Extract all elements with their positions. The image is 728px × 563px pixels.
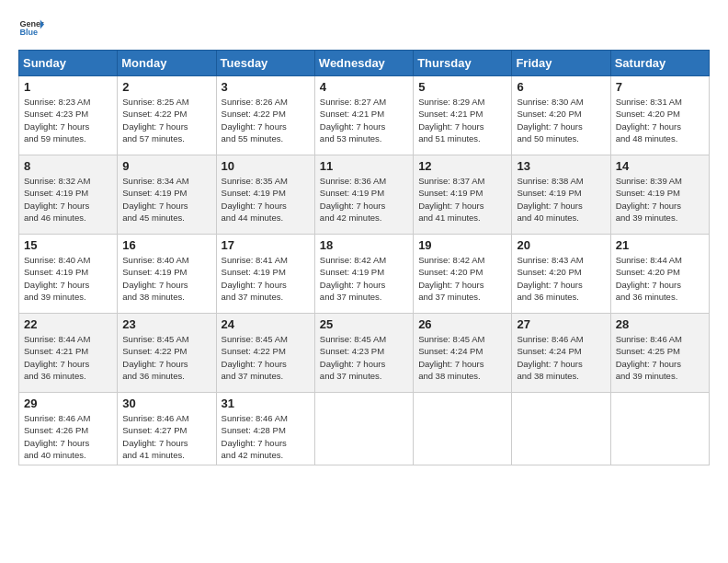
day-info: Sunrise: 8:46 AM Sunset: 4:28 PM Dayligh…: [222, 412, 310, 461]
day-cell: 17Sunrise: 8:41 AM Sunset: 4:19 PM Dayli…: [216, 235, 314, 314]
day-number: 16: [122, 238, 210, 252]
day-cell: [610, 393, 709, 465]
day-cell: 19Sunrise: 8:42 AM Sunset: 4:20 PM Dayli…: [414, 235, 512, 314]
day-info: Sunrise: 8:45 AM Sunset: 4:24 PM Dayligh…: [418, 333, 506, 382]
day-cell: 18Sunrise: 8:42 AM Sunset: 4:19 PM Dayli…: [314, 235, 413, 314]
day-cell: 30Sunrise: 8:46 AM Sunset: 4:27 PM Dayli…: [118, 393, 216, 465]
logo-area: General Blue: [18, 15, 44, 40]
header: General Blue: [18, 15, 710, 40]
day-info: Sunrise: 8:26 AM Sunset: 4:22 PM Dayligh…: [222, 96, 310, 144]
calendar-table: SundayMondayTuesdayWednesdayThursdayFrid…: [18, 50, 710, 465]
header-cell-tuesday: Tuesday: [216, 51, 314, 76]
day-info: Sunrise: 8:30 AM Sunset: 4:20 PM Dayligh…: [517, 96, 605, 144]
day-cell: 28Sunrise: 8:46 AM Sunset: 4:25 PM Dayli…: [610, 314, 709, 393]
day-number: 8: [24, 159, 112, 173]
day-info: Sunrise: 8:31 AM Sunset: 4:20 PM Dayligh…: [616, 96, 704, 144]
day-info: Sunrise: 8:40 AM Sunset: 4:19 PM Dayligh…: [122, 254, 210, 303]
svg-text:Blue: Blue: [19, 28, 38, 37]
day-cell: 24Sunrise: 8:45 AM Sunset: 4:22 PM Dayli…: [216, 314, 314, 393]
day-cell: 9Sunrise: 8:34 AM Sunset: 4:19 PM Daylig…: [118, 155, 216, 235]
day-number: 3: [222, 80, 310, 94]
day-info: Sunrise: 8:34 AM Sunset: 4:19 PM Dayligh…: [122, 175, 210, 224]
day-number: 31: [222, 396, 310, 410]
day-number: 13: [517, 159, 605, 173]
day-info: Sunrise: 8:27 AM Sunset: 4:21 PM Dayligh…: [320, 96, 408, 144]
day-cell: [314, 393, 413, 465]
day-number: 19: [418, 238, 506, 252]
day-info: Sunrise: 8:40 AM Sunset: 4:19 PM Dayligh…: [24, 254, 112, 303]
day-info: Sunrise: 8:36 AM Sunset: 4:19 PM Dayligh…: [320, 175, 408, 224]
day-number: 27: [517, 317, 605, 331]
week-row-4: 22Sunrise: 8:44 AM Sunset: 4:21 PM Dayli…: [19, 314, 710, 393]
header-cell-thursday: Thursday: [414, 51, 512, 76]
day-cell: 12Sunrise: 8:37 AM Sunset: 4:19 PM Dayli…: [414, 155, 512, 235]
day-number: 17: [222, 238, 310, 252]
day-info: Sunrise: 8:42 AM Sunset: 4:19 PM Dayligh…: [320, 254, 408, 303]
day-info: Sunrise: 8:39 AM Sunset: 4:19 PM Dayligh…: [616, 175, 704, 224]
day-info: Sunrise: 8:35 AM Sunset: 4:19 PM Dayligh…: [222, 175, 310, 224]
day-cell: 7Sunrise: 8:31 AM Sunset: 4:20 PM Daylig…: [610, 76, 709, 155]
day-info: Sunrise: 8:42 AM Sunset: 4:20 PM Dayligh…: [418, 254, 506, 303]
day-cell: 31Sunrise: 8:46 AM Sunset: 4:28 PM Dayli…: [216, 393, 314, 465]
day-number: 22: [24, 317, 112, 331]
day-info: Sunrise: 8:29 AM Sunset: 4:21 PM Dayligh…: [418, 96, 506, 144]
day-cell: [414, 393, 512, 465]
day-number: 26: [418, 317, 506, 331]
day-cell: 11Sunrise: 8:36 AM Sunset: 4:19 PM Dayli…: [314, 155, 413, 235]
day-cell: 2Sunrise: 8:25 AM Sunset: 4:22 PM Daylig…: [118, 76, 216, 155]
week-row-3: 15Sunrise: 8:40 AM Sunset: 4:19 PM Dayli…: [19, 235, 710, 314]
day-info: Sunrise: 8:45 AM Sunset: 4:23 PM Dayligh…: [320, 333, 408, 382]
day-cell: 13Sunrise: 8:38 AM Sunset: 4:19 PM Dayli…: [512, 155, 610, 235]
day-info: Sunrise: 8:32 AM Sunset: 4:19 PM Dayligh…: [24, 175, 112, 224]
day-cell: 16Sunrise: 8:40 AM Sunset: 4:19 PM Dayli…: [118, 235, 216, 314]
day-number: 20: [517, 238, 605, 252]
day-cell: [512, 393, 610, 465]
day-cell: 15Sunrise: 8:40 AM Sunset: 4:19 PM Dayli…: [19, 235, 118, 314]
day-info: Sunrise: 8:23 AM Sunset: 4:23 PM Dayligh…: [24, 96, 112, 144]
day-number: 24: [222, 317, 310, 331]
day-number: 4: [320, 80, 408, 94]
day-number: 2: [122, 80, 210, 94]
day-cell: 5Sunrise: 8:29 AM Sunset: 4:21 PM Daylig…: [414, 76, 512, 155]
day-cell: 23Sunrise: 8:45 AM Sunset: 4:22 PM Dayli…: [118, 314, 216, 393]
day-number: 5: [418, 80, 506, 94]
header-cell-friday: Friday: [512, 51, 610, 76]
day-number: 25: [320, 317, 408, 331]
day-cell: 25Sunrise: 8:45 AM Sunset: 4:23 PM Dayli…: [314, 314, 413, 393]
day-number: 14: [616, 159, 704, 173]
header-row: SundayMondayTuesdayWednesdayThursdayFrid…: [19, 51, 710, 76]
day-number: 15: [24, 238, 112, 252]
day-cell: 27Sunrise: 8:46 AM Sunset: 4:24 PM Dayli…: [512, 314, 610, 393]
day-cell: 29Sunrise: 8:46 AM Sunset: 4:26 PM Dayli…: [19, 393, 118, 465]
day-cell: 10Sunrise: 8:35 AM Sunset: 4:19 PM Dayli…: [216, 155, 314, 235]
week-row-5: 29Sunrise: 8:46 AM Sunset: 4:26 PM Dayli…: [19, 393, 710, 465]
header-cell-wednesday: Wednesday: [314, 51, 413, 76]
day-number: 9: [122, 159, 210, 173]
day-cell: 8Sunrise: 8:32 AM Sunset: 4:19 PM Daylig…: [19, 155, 118, 235]
day-info: Sunrise: 8:44 AM Sunset: 4:21 PM Dayligh…: [24, 333, 112, 382]
day-info: Sunrise: 8:45 AM Sunset: 4:22 PM Dayligh…: [122, 333, 210, 382]
day-info: Sunrise: 8:43 AM Sunset: 4:20 PM Dayligh…: [517, 254, 605, 303]
day-cell: 14Sunrise: 8:39 AM Sunset: 4:19 PM Dayli…: [610, 155, 709, 235]
day-info: Sunrise: 8:38 AM Sunset: 4:19 PM Dayligh…: [517, 175, 605, 224]
day-number: 7: [616, 80, 704, 94]
day-number: 11: [320, 159, 408, 173]
day-number: 12: [418, 159, 506, 173]
day-cell: 20Sunrise: 8:43 AM Sunset: 4:20 PM Dayli…: [512, 235, 610, 314]
day-number: 30: [122, 396, 210, 410]
day-info: Sunrise: 8:46 AM Sunset: 4:26 PM Dayligh…: [24, 412, 112, 461]
day-number: 18: [320, 238, 408, 252]
day-number: 28: [616, 317, 704, 331]
day-number: 23: [122, 317, 210, 331]
day-number: 21: [616, 238, 704, 252]
day-info: Sunrise: 8:46 AM Sunset: 4:25 PM Dayligh…: [616, 333, 704, 382]
day-cell: 4Sunrise: 8:27 AM Sunset: 4:21 PM Daylig…: [314, 76, 413, 155]
day-info: Sunrise: 8:25 AM Sunset: 4:22 PM Dayligh…: [122, 96, 210, 144]
day-cell: 6Sunrise: 8:30 AM Sunset: 4:20 PM Daylig…: [512, 76, 610, 155]
day-cell: 22Sunrise: 8:44 AM Sunset: 4:21 PM Dayli…: [19, 314, 118, 393]
day-info: Sunrise: 8:44 AM Sunset: 4:20 PM Dayligh…: [616, 254, 704, 303]
header-cell-saturday: Saturday: [610, 51, 709, 76]
day-cell: 26Sunrise: 8:45 AM Sunset: 4:24 PM Dayli…: [414, 314, 512, 393]
day-info: Sunrise: 8:46 AM Sunset: 4:24 PM Dayligh…: [517, 333, 605, 382]
day-info: Sunrise: 8:37 AM Sunset: 4:19 PM Dayligh…: [418, 175, 506, 224]
